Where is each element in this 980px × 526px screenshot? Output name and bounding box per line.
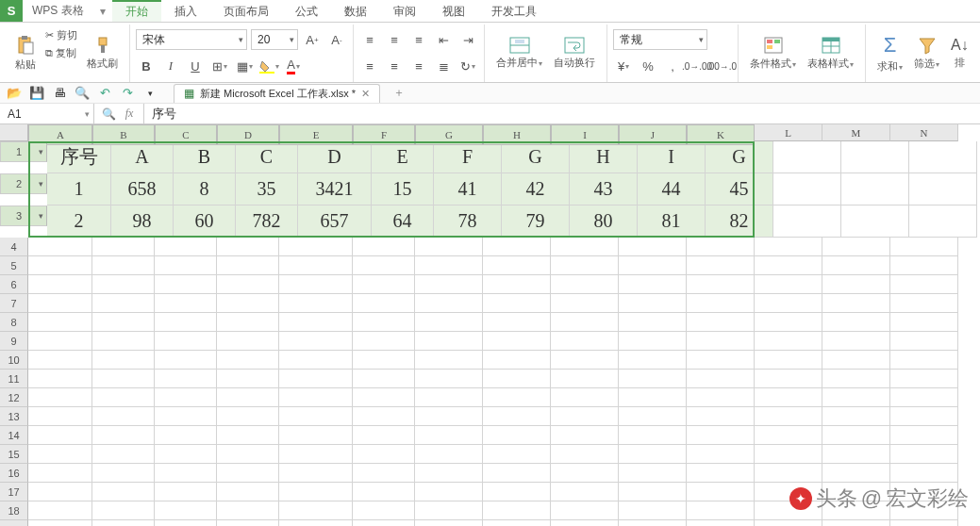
column-header[interactable]: E <box>279 124 353 145</box>
cell[interactable] <box>551 501 619 520</box>
increase-font-icon[interactable]: A+ <box>302 29 323 50</box>
cell[interactable] <box>353 313 415 332</box>
cell[interactable] <box>773 205 841 238</box>
cell[interactable] <box>822 370 890 388</box>
row-header[interactable]: 5 <box>0 256 28 275</box>
app-menu-caret[interactable]: ▾ <box>93 0 112 22</box>
cell[interactable]: C <box>236 141 298 173</box>
cell[interactable] <box>415 426 483 445</box>
comma-icon[interactable]: , <box>662 56 683 76</box>
cell[interactable] <box>822 426 890 445</box>
cell[interactable] <box>551 332 619 351</box>
cell[interactable] <box>279 313 353 332</box>
cell[interactable] <box>619 238 687 256</box>
cell[interactable] <box>755 388 822 407</box>
save-icon[interactable]: 💾 <box>28 85 45 102</box>
orientation-icon[interactable]: ↻ <box>457 56 478 76</box>
cell[interactable] <box>217 407 279 426</box>
close-tab-icon[interactable]: ✕ <box>361 88 370 100</box>
cell[interactable] <box>155 520 217 526</box>
row-header[interactable]: 9 <box>0 332 28 351</box>
open-icon[interactable]: 📂 <box>6 85 23 102</box>
cell[interactable] <box>92 464 155 483</box>
cell[interactable] <box>822 445 890 464</box>
cell[interactable] <box>687 483 755 501</box>
cell[interactable]: D <box>298 141 372 173</box>
row-header[interactable]: 15 <box>0 445 28 464</box>
cell[interactable] <box>92 445 155 464</box>
add-tab-icon[interactable]: ＋ <box>393 85 405 101</box>
cell[interactable] <box>755 426 822 445</box>
cell[interactable] <box>687 520 755 526</box>
cell[interactable] <box>483 313 551 332</box>
sum-button[interactable]: Σ 求和 <box>872 26 908 79</box>
border-button[interactable]: ⊞ <box>209 56 230 76</box>
cell[interactable] <box>28 238 92 256</box>
align-right-icon[interactable]: ≡ <box>408 56 429 76</box>
cell[interactable] <box>822 313 890 332</box>
cell[interactable] <box>483 501 551 520</box>
cell[interactable]: A <box>111 141 174 173</box>
cell[interactable] <box>687 351 755 370</box>
cell[interactable] <box>155 483 217 501</box>
row-header[interactable]: 17 <box>0 483 28 501</box>
cell[interactable] <box>687 445 755 464</box>
column-header[interactable]: L <box>755 124 822 141</box>
cell[interactable]: 2 <box>47 205 111 238</box>
cell[interactable]: 657 <box>298 205 372 238</box>
table-style-button[interactable]: 表格样式 <box>802 26 859 79</box>
cell[interactable] <box>279 332 353 351</box>
cell[interactable] <box>217 313 279 332</box>
cell[interactable] <box>92 483 155 501</box>
column-header[interactable]: F <box>353 124 415 145</box>
cell[interactable] <box>217 464 279 483</box>
cell[interactable] <box>773 141 841 173</box>
cell[interactable] <box>415 256 483 275</box>
decrease-decimal-icon[interactable]: .00→.0 <box>711 56 732 76</box>
cell[interactable]: 80 <box>570 205 638 238</box>
cell[interactable] <box>415 238 483 256</box>
cell[interactable] <box>28 483 92 501</box>
cell[interactable] <box>353 464 415 483</box>
column-header[interactable]: J <box>619 124 687 145</box>
cell[interactable] <box>279 275 353 294</box>
qat-caret-icon[interactable]: ▾ <box>141 85 158 102</box>
cell[interactable] <box>217 370 279 388</box>
cell[interactable] <box>353 256 415 275</box>
cell[interactable] <box>822 388 890 407</box>
cell[interactable] <box>217 332 279 351</box>
cell[interactable] <box>483 332 551 351</box>
cell[interactable] <box>687 332 755 351</box>
cell[interactable] <box>755 275 822 294</box>
cell[interactable] <box>619 256 687 275</box>
cell[interactable] <box>483 275 551 294</box>
cell[interactable] <box>619 275 687 294</box>
bold-button[interactable]: B <box>136 56 157 76</box>
cell[interactable] <box>687 407 755 426</box>
row-header[interactable]: 6 <box>0 275 28 294</box>
select-all-corner[interactable] <box>0 124 28 141</box>
cell[interactable] <box>890 275 958 294</box>
row-header[interactable]: 2 <box>0 173 47 194</box>
cell[interactable] <box>755 370 822 388</box>
cell[interactable] <box>619 294 687 313</box>
cell[interactable]: 64 <box>372 205 434 238</box>
document-tab[interactable]: ▦ 新建 Microsoft Excel 工作表.xlsx * ✕ <box>174 84 380 103</box>
print-icon[interactable]: 🖶 <box>51 85 68 102</box>
cell[interactable] <box>353 483 415 501</box>
cell[interactable] <box>483 464 551 483</box>
formula-input[interactable]: 序号 <box>144 104 980 123</box>
cell[interactable] <box>155 388 217 407</box>
align-left-icon[interactable]: ≡ <box>359 56 380 76</box>
cell[interactable]: 8 <box>174 173 236 205</box>
cell[interactable] <box>92 520 155 526</box>
cell[interactable] <box>279 294 353 313</box>
cell[interactable] <box>353 445 415 464</box>
cell[interactable] <box>551 464 619 483</box>
row-header[interactable]: 13 <box>0 407 28 426</box>
cell[interactable]: 序号 <box>47 141 111 173</box>
cell[interactable] <box>28 351 92 370</box>
cell[interactable] <box>155 426 217 445</box>
menu-tab-7[interactable]: 开发工具 <box>478 0 550 22</box>
cell[interactable] <box>687 501 755 520</box>
